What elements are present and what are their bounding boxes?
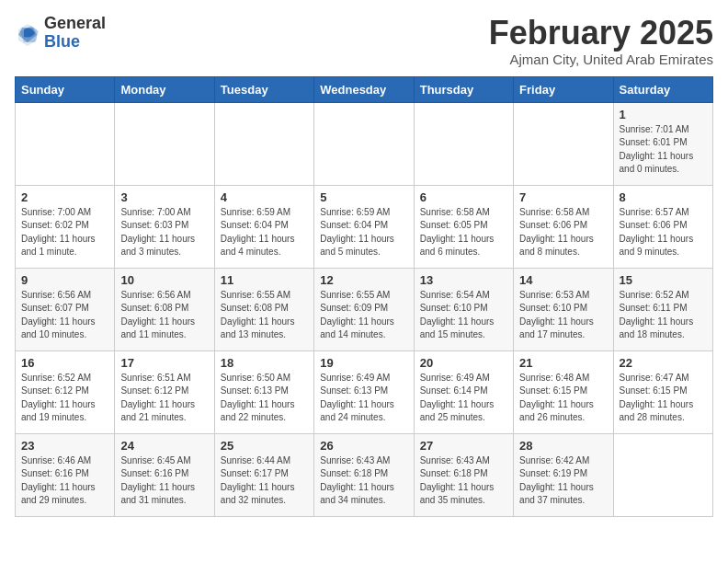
day-info: Sunrise: 6:54 AM Sunset: 6:10 PM Dayligh… xyxy=(420,289,507,342)
day-number: 8 xyxy=(620,190,707,204)
day-info: Sunrise: 6:56 AM Sunset: 6:07 PM Dayligh… xyxy=(21,289,108,342)
week-row-4: 16Sunrise: 6:52 AM Sunset: 6:12 PM Dayli… xyxy=(16,350,713,433)
day-info: Sunrise: 6:49 AM Sunset: 6:14 PM Dayligh… xyxy=(420,372,507,425)
day-number: 24 xyxy=(120,439,208,453)
day-info: Sunrise: 6:44 AM Sunset: 6:17 PM Dayligh… xyxy=(221,454,308,508)
day-cell: 22Sunrise: 6:47 AM Sunset: 6:15 PM Dayli… xyxy=(613,350,712,433)
page-header: General Blue February 2025 Ajman City, U… xyxy=(15,15,713,67)
day-info: Sunrise: 6:55 AM Sunset: 6:08 PM Dayligh… xyxy=(221,289,308,342)
day-info: Sunrise: 7:01 AM Sunset: 6:01 PM Dayligh… xyxy=(620,123,707,177)
day-cell xyxy=(214,102,313,185)
day-cell: 3Sunrise: 7:00 AM Sunset: 6:03 PM Daylig… xyxy=(115,185,214,268)
day-number: 1 xyxy=(620,108,707,121)
day-cell: 28Sunrise: 6:42 AM Sunset: 6:19 PM Dayli… xyxy=(514,433,613,516)
day-cell: 14Sunrise: 6:53 AM Sunset: 6:10 PM Dayli… xyxy=(514,268,613,350)
day-cell: 11Sunrise: 6:55 AM Sunset: 6:08 PM Dayli… xyxy=(214,268,313,350)
day-info: Sunrise: 6:51 AM Sunset: 6:12 PM Dayligh… xyxy=(120,372,208,425)
day-number: 25 xyxy=(221,439,308,453)
day-number: 6 xyxy=(420,190,507,204)
day-number: 15 xyxy=(620,273,707,287)
day-cell: 20Sunrise: 6:49 AM Sunset: 6:14 PM Dayli… xyxy=(414,350,513,433)
day-cell xyxy=(314,102,414,185)
day-info: Sunrise: 6:45 AM Sunset: 6:16 PM Dayligh… xyxy=(120,454,208,508)
calendar-title: February 2025 xyxy=(489,15,713,52)
day-number: 26 xyxy=(320,439,407,453)
day-cell: 2Sunrise: 7:00 AM Sunset: 6:02 PM Daylig… xyxy=(16,185,115,268)
day-cell: 7Sunrise: 6:58 AM Sunset: 6:06 PM Daylig… xyxy=(514,185,613,268)
day-number: 5 xyxy=(320,190,407,204)
day-cell xyxy=(16,102,115,185)
day-info: Sunrise: 6:42 AM Sunset: 6:19 PM Dayligh… xyxy=(519,454,607,508)
calendar-table: SundayMondayTuesdayWednesdayThursdayFrid… xyxy=(15,76,713,517)
day-info: Sunrise: 6:57 AM Sunset: 6:06 PM Dayligh… xyxy=(620,206,707,259)
day-info: Sunrise: 7:00 AM Sunset: 6:02 PM Dayligh… xyxy=(21,206,108,259)
day-cell: 16Sunrise: 6:52 AM Sunset: 6:12 PM Dayli… xyxy=(16,350,115,433)
day-number: 4 xyxy=(221,190,308,204)
weekday-header-saturday: Saturday xyxy=(613,76,712,102)
day-cell: 4Sunrise: 6:59 AM Sunset: 6:04 PM Daylig… xyxy=(214,185,313,268)
day-info: Sunrise: 6:52 AM Sunset: 6:11 PM Dayligh… xyxy=(620,289,707,342)
day-cell: 21Sunrise: 6:48 AM Sunset: 6:15 PM Dayli… xyxy=(514,350,613,433)
day-number: 23 xyxy=(21,439,108,453)
day-number: 11 xyxy=(221,273,308,287)
day-number: 9 xyxy=(21,273,108,287)
day-cell: 6Sunrise: 6:58 AM Sunset: 6:05 PM Daylig… xyxy=(414,185,513,268)
day-cell: 5Sunrise: 6:59 AM Sunset: 6:04 PM Daylig… xyxy=(314,185,414,268)
week-row-3: 9Sunrise: 6:56 AM Sunset: 6:07 PM Daylig… xyxy=(16,268,713,350)
day-cell: 24Sunrise: 6:45 AM Sunset: 6:16 PM Dayli… xyxy=(115,433,214,516)
weekday-header-monday: Monday xyxy=(115,76,214,102)
day-cell: 19Sunrise: 6:49 AM Sunset: 6:13 PM Dayli… xyxy=(314,350,414,433)
day-number: 14 xyxy=(519,273,607,287)
day-number: 16 xyxy=(21,356,108,370)
day-number: 28 xyxy=(519,439,607,453)
day-cell: 9Sunrise: 6:56 AM Sunset: 6:07 PM Daylig… xyxy=(16,268,115,350)
weekday-header-thursday: Thursday xyxy=(414,76,513,102)
day-info: Sunrise: 6:47 AM Sunset: 6:15 PM Dayligh… xyxy=(620,372,707,425)
day-number: 10 xyxy=(120,273,208,287)
title-block: February 2025 Ajman City, United Arab Em… xyxy=(489,15,713,67)
logo-general-text: General xyxy=(44,15,106,33)
day-cell: 17Sunrise: 6:51 AM Sunset: 6:12 PM Dayli… xyxy=(115,350,214,433)
day-info: Sunrise: 6:48 AM Sunset: 6:15 PM Dayligh… xyxy=(519,372,607,425)
day-cell: 8Sunrise: 6:57 AM Sunset: 6:06 PM Daylig… xyxy=(613,185,712,268)
day-cell: 15Sunrise: 6:52 AM Sunset: 6:11 PM Dayli… xyxy=(613,268,712,350)
day-number: 18 xyxy=(221,356,308,370)
day-cell xyxy=(115,102,214,185)
day-info: Sunrise: 6:55 AM Sunset: 6:09 PM Dayligh… xyxy=(320,289,407,342)
day-cell: 12Sunrise: 6:55 AM Sunset: 6:09 PM Dayli… xyxy=(314,268,414,350)
weekday-header-tuesday: Tuesday xyxy=(214,76,313,102)
day-info: Sunrise: 6:49 AM Sunset: 6:13 PM Dayligh… xyxy=(320,372,407,425)
day-cell: 25Sunrise: 6:44 AM Sunset: 6:17 PM Dayli… xyxy=(214,433,313,516)
weekday-header-row: SundayMondayTuesdayWednesdayThursdayFrid… xyxy=(16,76,713,102)
logo-blue-text: Blue xyxy=(44,33,106,52)
day-number: 27 xyxy=(420,439,507,453)
day-info: Sunrise: 6:52 AM Sunset: 6:12 PM Dayligh… xyxy=(21,372,108,425)
day-number: 13 xyxy=(420,273,507,287)
day-info: Sunrise: 6:58 AM Sunset: 6:06 PM Dayligh… xyxy=(519,206,607,259)
day-cell xyxy=(613,433,712,516)
day-cell: 26Sunrise: 6:43 AM Sunset: 6:18 PM Dayli… xyxy=(314,433,414,516)
week-row-5: 23Sunrise: 6:46 AM Sunset: 6:16 PM Dayli… xyxy=(16,433,713,516)
day-cell: 1Sunrise: 7:01 AM Sunset: 6:01 PM Daylig… xyxy=(613,102,712,185)
day-info: Sunrise: 7:00 AM Sunset: 6:03 PM Dayligh… xyxy=(120,206,208,259)
day-info: Sunrise: 6:53 AM Sunset: 6:10 PM Dayligh… xyxy=(519,289,607,342)
day-number: 7 xyxy=(519,190,607,204)
day-cell: 18Sunrise: 6:50 AM Sunset: 6:13 PM Dayli… xyxy=(214,350,313,433)
day-number: 3 xyxy=(120,190,208,204)
logo-text: General Blue xyxy=(44,15,106,52)
day-info: Sunrise: 6:50 AM Sunset: 6:13 PM Dayligh… xyxy=(221,372,308,425)
day-info: Sunrise: 6:59 AM Sunset: 6:04 PM Dayligh… xyxy=(320,206,407,259)
day-number: 19 xyxy=(320,356,407,370)
day-info: Sunrise: 6:46 AM Sunset: 6:16 PM Dayligh… xyxy=(21,454,108,508)
day-cell: 10Sunrise: 6:56 AM Sunset: 6:08 PM Dayli… xyxy=(115,268,214,350)
logo-icon xyxy=(15,20,40,46)
day-cell xyxy=(514,102,613,185)
day-number: 20 xyxy=(420,356,507,370)
day-number: 2 xyxy=(21,190,108,204)
logo: General Blue xyxy=(15,15,106,52)
weekday-header-wednesday: Wednesday xyxy=(314,76,414,102)
day-number: 17 xyxy=(120,356,208,370)
day-cell: 27Sunrise: 6:43 AM Sunset: 6:18 PM Dayli… xyxy=(414,433,513,516)
day-number: 12 xyxy=(320,273,407,287)
day-info: Sunrise: 6:43 AM Sunset: 6:18 PM Dayligh… xyxy=(320,454,407,508)
